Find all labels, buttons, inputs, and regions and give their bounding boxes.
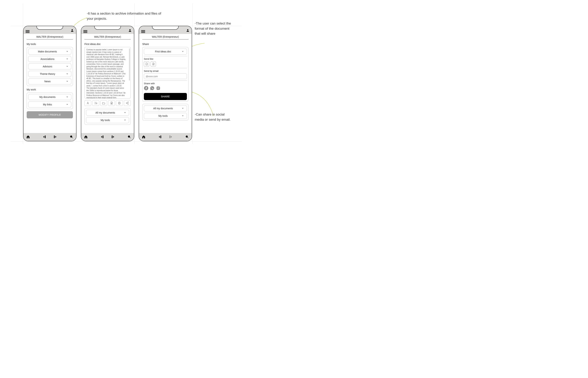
nav-panel: All my documents My tools: [84, 108, 131, 125]
folder-tool-icon[interactable]: [100, 100, 107, 106]
dropdown-label: My tools: [88, 119, 123, 122]
svg-point-13: [159, 87, 160, 87]
chevron-down-icon: [180, 49, 185, 54]
dropdown-advisors[interactable]: Advisors: [28, 63, 71, 69]
phone-notch: [36, 26, 63, 30]
email-field[interactable]: [144, 73, 187, 79]
dropdown-label: First ideas.doc: [146, 50, 180, 53]
svg-point-0: [72, 29, 73, 30]
phone-document: WALTER (Entrepreneur) First ideas.doc Co…: [81, 26, 134, 141]
chevron-down-icon: [65, 72, 69, 76]
hamburger-menu-icon[interactable]: [141, 30, 145, 33]
instagram-icon[interactable]: [156, 86, 161, 91]
share-title: Share: [142, 43, 189, 45]
document-toolbar: [84, 100, 131, 106]
dropdown-associations[interactable]: Associations: [28, 56, 71, 62]
facebook-icon[interactable]: [144, 86, 149, 91]
scrollbar[interactable]: [129, 49, 130, 81]
nav-panel: All my documents My tools: [142, 104, 189, 121]
send-email-label: Send by email: [144, 70, 187, 72]
share-panel: First ideas.doc Send like PDF Send by em…: [142, 47, 189, 102]
home-icon[interactable]: [26, 135, 30, 139]
annotation-share: -Can share in social media or send by em…: [195, 112, 234, 122]
whatsapp-icon[interactable]: [150, 86, 154, 91]
dropdown-my-links[interactable]: My links: [28, 101, 71, 108]
section-label-work: My work: [27, 88, 73, 91]
dropdown-label: All my documents: [146, 107, 180, 110]
format-word-button[interactable]: [150, 61, 156, 67]
dropdown-my-documents[interactable]: My documents: [28, 94, 71, 100]
logout-icon[interactable]: [53, 135, 57, 139]
login-icon[interactable]: [43, 135, 46, 139]
share-button[interactable]: SHARE: [144, 93, 187, 100]
annotation-archive: -It has a section to archive information…: [87, 11, 163, 21]
dropdown-make-documents[interactable]: Make documents: [28, 49, 71, 54]
divider: [144, 56, 187, 56]
svg-point-12: [158, 88, 159, 89]
share-with-label: Share with: [144, 82, 187, 85]
chevron-down-icon: [65, 49, 69, 54]
print-tool-icon[interactable]: [116, 100, 123, 106]
dropdown-label: Advisors: [30, 65, 65, 68]
modify-profile-button[interactable]: MODIFY PROFILE: [27, 111, 73, 118]
dropdown-label: My tools: [146, 114, 180, 117]
svg-point-6: [128, 135, 130, 137]
login-icon[interactable]: [158, 135, 162, 139]
dropdown-all-documents[interactable]: All my documents: [86, 110, 129, 116]
dropdown-theme-theory[interactable]: Theme theory: [28, 71, 71, 77]
sort-tool-icon[interactable]: [92, 100, 99, 106]
document-text: Contrary to popular belief, Lorem Ipsum …: [86, 49, 126, 98]
user-icon[interactable]: [186, 29, 190, 33]
phone-notch: [94, 26, 121, 30]
chevron-down-icon: [180, 114, 185, 118]
chevron-down-icon: [123, 118, 127, 122]
send-like-label: Send like: [144, 58, 187, 60]
hamburger-menu-icon[interactable]: [83, 30, 87, 33]
phone-share: WALTER (Entrepreneur) Share First ideas.…: [139, 26, 192, 141]
wireframe-canvas: -It has a section to archive information…: [0, 0, 249, 160]
search-icon[interactable]: [70, 135, 73, 139]
document-viewer[interactable]: Contrary to popular belief, Lorem Ipsum …: [84, 47, 131, 98]
page-title: WALTER (Entrepreneur): [27, 34, 73, 40]
bottom-nav: [139, 133, 192, 141]
user-icon[interactable]: [70, 29, 74, 33]
dropdown-my-tools[interactable]: My tools: [144, 113, 187, 119]
dropdown-label: Theme theory: [30, 72, 65, 75]
dropdown-my-tools[interactable]: My tools: [86, 117, 129, 123]
chevron-down-icon: [65, 95, 69, 99]
dropdown-label: Associations: [30, 58, 65, 60]
svg-point-2: [129, 29, 131, 30]
annotation-format: -The user can select the format of the d…: [195, 21, 236, 36]
page-title: WALTER (Entrepreneur): [84, 34, 131, 40]
login-icon[interactable]: [100, 135, 104, 139]
home-icon[interactable]: [142, 135, 145, 139]
word-file-icon[interactable]: [108, 100, 115, 106]
svg-point-7: [187, 29, 189, 30]
format-pdf-button[interactable]: PDF: [144, 61, 149, 67]
document-filename: First ideas.doc: [84, 43, 131, 45]
share-tool-icon[interactable]: [124, 100, 131, 106]
dropdown-all-documents[interactable]: All my documents: [144, 105, 187, 111]
section-label-tools: My tools: [27, 43, 73, 45]
logout-icon[interactable]: [169, 135, 172, 139]
bottom-nav: [24, 133, 76, 141]
user-icon[interactable]: [128, 29, 132, 33]
dropdown-label: Make documents: [30, 50, 65, 53]
chevron-down-icon: [65, 102, 69, 107]
logout-icon[interactable]: [111, 135, 115, 139]
dropdown-label: All my documents: [88, 111, 123, 114]
dropdown-file-select[interactable]: First ideas.doc: [144, 49, 187, 54]
home-icon[interactable]: [84, 135, 88, 139]
font-tool-icon[interactable]: [84, 100, 91, 106]
chevron-down-icon: [180, 106, 185, 111]
svg-point-14: [186, 135, 188, 137]
search-icon[interactable]: [127, 135, 131, 139]
dropdown-label: My links: [30, 103, 65, 106]
hamburger-menu-icon[interactable]: [26, 30, 29, 33]
dropdown-news[interactable]: News: [28, 78, 71, 84]
svg-point-1: [70, 135, 72, 137]
search-icon[interactable]: [185, 135, 189, 139]
dropdown-label: News: [30, 80, 65, 83]
phone-notch: [152, 26, 179, 30]
chevron-down-icon: [65, 79, 69, 84]
